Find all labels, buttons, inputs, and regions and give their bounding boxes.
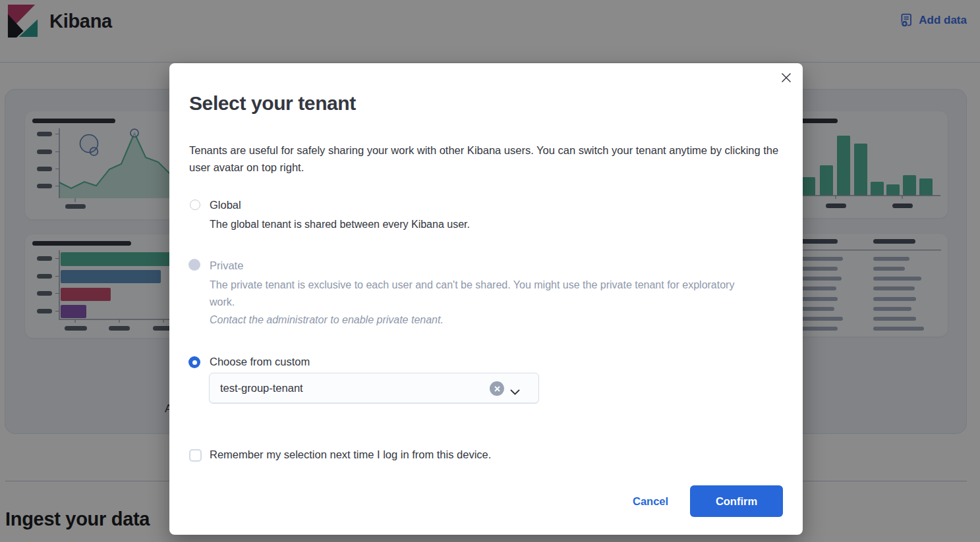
confirm-button[interactable]: Confirm [690, 485, 783, 517]
chevron-down-icon [510, 389, 520, 395]
modal-close-button[interactable] [778, 70, 794, 86]
remember-checkbox[interactable] [189, 449, 202, 462]
close-icon [781, 72, 792, 83]
private-admin-note: Contact the administrator to enable priv… [210, 312, 745, 329]
radio-custom[interactable] [188, 356, 200, 368]
radio-private-label: Private [210, 259, 243, 272]
radio-private [188, 259, 200, 271]
radio-custom-label[interactable]: Choose from custom [210, 356, 310, 368]
combobox-clear-button[interactable] [490, 381, 504, 396]
tenant-combobox[interactable]: test-group-tenant [209, 373, 539, 404]
modal-description: Tenants are useful for safely sharing yo… [189, 142, 779, 176]
radio-global-label[interactable]: Global [210, 199, 241, 211]
private-description: The private tenant is exclusive to each … [210, 277, 745, 311]
modal-title: Select your tenant [189, 92, 356, 115]
combobox-caret-button[interactable] [510, 386, 520, 398]
clear-icon [494, 386, 500, 392]
cancel-button[interactable]: Cancel [627, 494, 674, 509]
tenant-combobox-value: test-group-tenant [220, 382, 303, 394]
remember-checkbox-label[interactable]: Remember my selection next time I log in… [210, 448, 491, 461]
radio-global[interactable] [190, 200, 200, 210]
select-tenant-modal: Select your tenant Tenants are useful fo… [169, 63, 803, 535]
global-description: The global tenant is shared between ever… [210, 216, 671, 233]
